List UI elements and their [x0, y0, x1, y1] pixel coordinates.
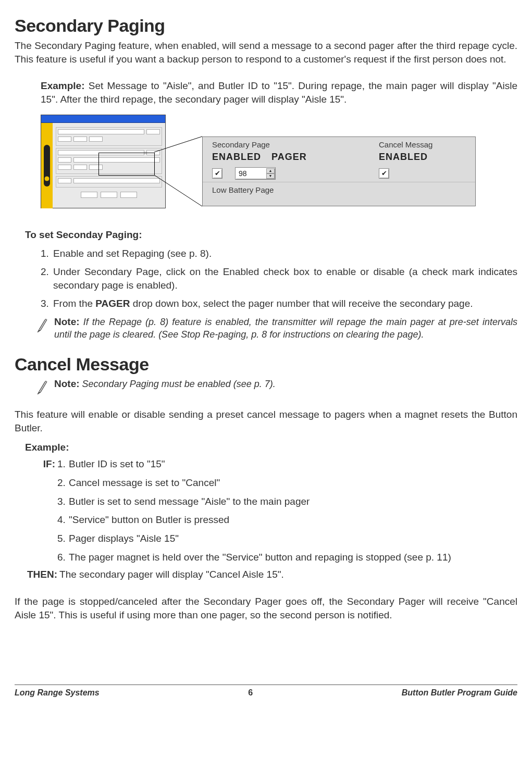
note-label: Note: [54, 378, 80, 389]
then-row: THEN: The secondary pager will display "… [27, 569, 517, 580]
note-text: Secondary Paging must be enabled (see p.… [82, 379, 276, 389]
secondary-page-group-label: Secondary Page [212, 140, 270, 149]
if-item: Pager displays "Aisle 15" [69, 532, 517, 545]
if-number: 4. [57, 513, 69, 527]
note-text: If the Repage (p. 8) feature is enabled,… [54, 317, 517, 340]
cancel-enabled-header: ENABLED [379, 152, 428, 163]
check-icon: ✔ [215, 170, 220, 177]
if-number: 1. [57, 457, 69, 471]
note-label: Note: [54, 316, 80, 327]
then-label: THEN: [27, 569, 59, 580]
spinner-up-icon[interactable]: ▲ [266, 168, 275, 173]
svg-line-6 [40, 381, 46, 391]
spinner-down-icon[interactable]: ▼ [266, 173, 275, 179]
if-item: Butler ID is set to "15" [69, 457, 517, 471]
step-number: 2. [41, 265, 53, 292]
step-number: 3. [41, 297, 53, 310]
steps-list: 1.Enable and set Repaging (see p. 8). 2.… [41, 247, 517, 311]
pencil-icon [35, 316, 50, 334]
if-label: IF: [34, 457, 57, 471]
if-number: 2. [57, 476, 69, 490]
pager-number-spinner[interactable]: 98 ▲ ▼ [235, 167, 276, 180]
example-text: Set Message to "Aisle", and Butler ID to… [41, 80, 517, 105]
example-label: Example: [41, 80, 84, 91]
secondary-page-enabled-checkbox[interactable]: ✔ [212, 168, 222, 179]
svg-point-1 [44, 176, 50, 181]
if-item: Butler is set to send message "Aisle" to… [69, 495, 517, 508]
enabled-header: ENABLED [212, 152, 261, 163]
footer-page-number: 6 [248, 688, 253, 698]
if-number: 3. [57, 495, 69, 508]
step-number: 1. [41, 247, 53, 260]
if-number: 6. [57, 551, 69, 564]
pager-number-value: 98 [239, 169, 247, 178]
if-item: Cancel message is set to "Cancel" [69, 476, 517, 490]
if-list: IF:1.Butler ID is set to "15" 2.Cancel m… [34, 457, 517, 564]
page-footer: Long Range Systems 6 Button Butler Progr… [15, 685, 517, 698]
intro-paragraph: The Secondary Paging feature, when enabl… [15, 39, 517, 66]
cancel-message-heading: Cancel Message [15, 354, 517, 375]
closing-paragraph: If the page is stopped/canceled after th… [15, 595, 517, 621]
if-item: "Service" button on Butler is pressed [69, 513, 517, 527]
pager-bold: PAGER [95, 298, 130, 309]
detail-panel: Secondary Page ENABLED PAGER ✔ 98 ▲ ▼ [202, 136, 476, 206]
screenshot-figure: Secondary Page ENABLED PAGER ✔ 98 ▲ ▼ [41, 115, 517, 219]
if-number: 5. [57, 532, 69, 545]
footer-left: Long Range Systems [15, 688, 100, 698]
cancel-intro-paragraph: This feature will enable or disable send… [15, 408, 517, 434]
zoom-source-rect [98, 153, 155, 176]
note-block-2: Note: Secondary Paging must be enabled (… [35, 378, 517, 396]
svg-line-4 [40, 319, 46, 329]
step-text: From the PAGER drop down box, select the… [53, 297, 473, 310]
step-text: Under Secondary Page, click on the Enabl… [53, 265, 517, 292]
footer-right: Button Butler Program Guide [402, 688, 517, 698]
pager-header: PAGER [271, 152, 307, 163]
note-block-1: Note: If the Repage (p. 8) feature is en… [35, 316, 517, 341]
step3-post: drop down box, select the pager number t… [130, 298, 473, 309]
cancel-message-group-label: Cancel Messag [379, 140, 432, 149]
example2-label: Example: [25, 442, 517, 453]
step3-pre: From the [53, 298, 95, 309]
example-block: Example: Set Message to "Aisle", and But… [41, 79, 517, 106]
cancel-message-enabled-checkbox[interactable]: ✔ [379, 168, 389, 179]
low-battery-group-label: Low Battery Page [212, 185, 274, 194]
pencil-icon [35, 378, 50, 396]
svg-line-5 [41, 319, 47, 330]
then-text: The secondary pager will display "Cancel… [59, 569, 284, 580]
step-text: Enable and set Repaging (see p. 8). [53, 247, 212, 260]
if-item: The pager magnet is held over the "Servi… [69, 551, 517, 564]
secondary-paging-heading: Secondary Paging [15, 16, 517, 36]
svg-line-7 [41, 381, 47, 392]
app-window-thumbnail [41, 115, 166, 208]
check-icon: ✔ [381, 170, 387, 177]
to-set-subheading: To set Seconday Paging: [25, 229, 517, 241]
